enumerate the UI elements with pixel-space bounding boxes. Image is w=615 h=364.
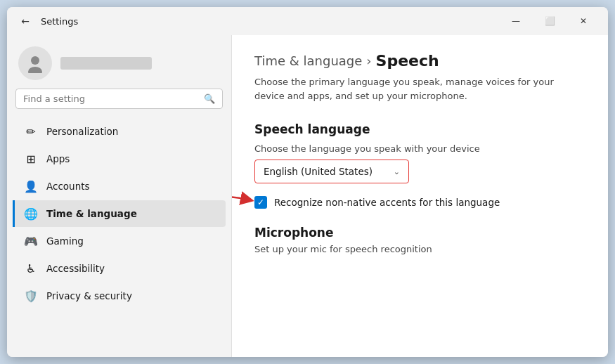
sidebar-item-time-language[interactable]: 🌐 Time & language <box>13 200 226 227</box>
search-box[interactable]: 🔍 <box>15 89 223 109</box>
shield-icon: 🛡️ <box>24 289 38 303</box>
microphone-title: Microphone <box>254 226 585 240</box>
window-title: Settings <box>41 16 500 27</box>
sidebar-item-accessibility[interactable]: ♿ Accessibility <box>13 255 226 282</box>
checkbox-row: ✓ Recognize non-native accents for this … <box>254 196 585 209</box>
maximize-button[interactable]: ⬜ <box>533 10 566 32</box>
sidebar: 🔍 ✏️ Personalization ⊞ Apps 👤 Accounts <box>7 35 232 357</box>
settings-window: ← Settings — ⬜ ✕ <box>7 7 608 357</box>
pencil-icon: ✏️ <box>24 124 38 138</box>
gaming-icon: 🎮 <box>24 234 38 248</box>
user-profile <box>7 35 231 89</box>
search-input[interactable] <box>23 93 198 104</box>
page-description: Choose the primary language you speak, m… <box>254 75 585 103</box>
main-layout: 🔍 ✏️ Personalization ⊞ Apps 👤 Accounts <box>7 35 608 357</box>
svg-point-1 <box>28 67 42 73</box>
globe-icon: 🌐 <box>24 207 38 221</box>
accounts-icon: 👤 <box>24 179 38 193</box>
sidebar-item-accounts[interactable]: 👤 Accounts <box>13 173 226 200</box>
dropdown-value: English (United States) <box>264 166 373 177</box>
sidebar-item-personalization[interactable]: ✏️ Personalization <box>13 118 226 145</box>
accent-checkbox-label: Recognize non-native accents for this la… <box>274 197 500 208</box>
microphone-description: Set up your mic for speech recognition <box>254 244 585 254</box>
breadcrumb-current: Speech <box>376 52 439 70</box>
breadcrumb: Time & language › Speech <box>254 52 585 70</box>
chevron-down-icon: ⌄ <box>394 167 400 176</box>
title-bar: ← Settings — ⬜ ✕ <box>7 7 608 35</box>
breadcrumb-parent: Time & language <box>254 53 362 68</box>
accessibility-icon: ♿ <box>24 261 38 275</box>
username-placeholder <box>60 57 152 70</box>
speech-language-label: Choose the language you speak with your … <box>254 143 585 154</box>
checkmark-icon: ✓ <box>257 197 264 207</box>
avatar <box>18 46 52 80</box>
search-icon: 🔍 <box>204 93 215 104</box>
sidebar-item-apps[interactable]: ⊞ Apps <box>13 145 226 172</box>
sidebar-item-gaming[interactable]: 🎮 Gaming <box>13 228 226 254</box>
apps-icon: ⊞ <box>24 152 38 166</box>
breadcrumb-separator: › <box>366 53 371 68</box>
content-area: Time & language › Speech Choose the prim… <box>232 35 608 357</box>
window-controls: — ⬜ ✕ <box>500 10 600 32</box>
close-button[interactable]: ✕ <box>567 10 600 32</box>
svg-point-0 <box>31 56 39 65</box>
sidebar-item-privacy-security[interactable]: 🛡️ Privacy & security <box>13 282 226 309</box>
speech-language-title: Speech language <box>254 122 585 136</box>
accent-checkbox[interactable]: ✓ <box>254 196 267 209</box>
back-button[interactable]: ← <box>15 11 35 31</box>
language-dropdown[interactable]: English (United States) ⌄ <box>254 160 409 183</box>
search-container: 🔍 <box>7 89 231 117</box>
minimize-button[interactable]: — <box>500 10 532 32</box>
sidebar-nav: ✏️ Personalization ⊞ Apps 👤 Accounts 🌐 T… <box>7 117 231 310</box>
